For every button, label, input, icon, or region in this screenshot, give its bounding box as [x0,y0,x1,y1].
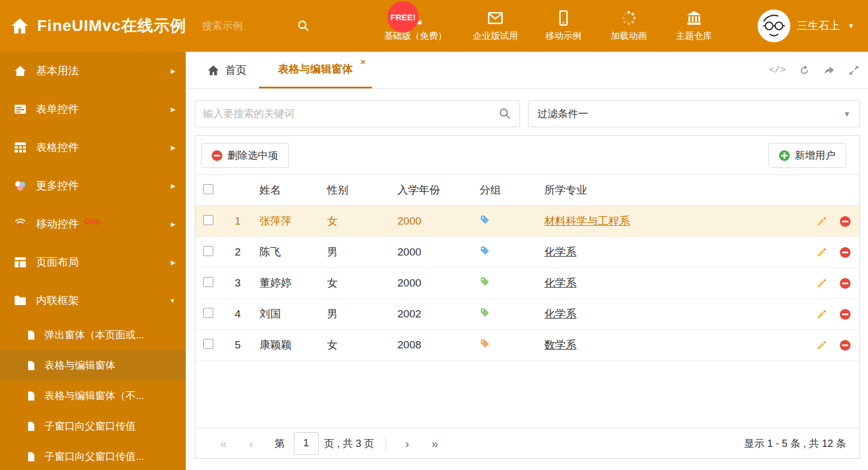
delete-row-icon[interactable] [840,216,851,227]
row-checkbox[interactable] [203,215,213,225]
table-row[interactable]: 1 张萍萍 女 2000 材料科学与工程系 [195,206,860,237]
sidebar-subitem-label: 子窗口向父窗口传值... [44,450,144,463]
keyword-search-input[interactable] [203,108,498,120]
delete-row-icon[interactable] [840,278,851,289]
fullscreen-icon[interactable] [848,64,860,77]
edit-icon[interactable] [816,339,827,351]
edit-icon[interactable] [816,277,827,289]
sidebar-item-basic-usage[interactable]: 基本用法 ▶ [0,52,186,90]
select-all-checkbox[interactable] [203,184,213,194]
sidebar-subitem-child-to-parent-2[interactable]: 子窗口向父窗口传值... [0,441,186,470]
table-row[interactable]: 4 刘国 男 2002 化学系 [195,299,860,330]
row-checkbox[interactable] [203,246,213,256]
sidebar-subitem-grid-edit-window[interactable]: 表格与编辑窗体 [0,350,186,381]
row-number: 4 [235,308,259,320]
row-gender: 男 [327,245,397,259]
filter-dropdown-value: 过滤条件一 [538,107,588,120]
row-name: 陈飞 [259,245,327,259]
row-year: 2000 [397,215,480,227]
corp-badge: Corp. [84,217,102,225]
row-checkbox[interactable] [203,339,213,349]
pager-divider [386,436,386,451]
sidebar-item-mobile-controls[interactable]: 移动控件 Corp. ▶ [0,205,186,243]
sidebar-item-iframe[interactable]: 内联框架 ▼ [0,281,186,320]
next-page-icon[interactable]: › [394,437,420,450]
file-icon [26,360,37,371]
file-icon [26,391,37,401]
record-summary: 显示 1 - 5 条 , 共 12 条 [744,437,846,450]
form-icon [14,102,27,116]
add-user-button[interactable]: 新增用户 [768,143,846,168]
table-row[interactable]: 3 董婷婷 女 2000 化学系 [195,268,860,299]
delete-row-icon[interactable] [840,340,851,351]
sidebar-subitem-grid-edit-window-2[interactable]: 表格与编辑窗体（不... [0,381,186,411]
sidebar-subitem-child-to-parent[interactable]: 子窗口向父窗口传值 [0,411,186,441]
sidebar-subitem-popup-window[interactable]: 弹出窗体（本页面或... [0,320,186,350]
sidebar-item-more-controls[interactable]: 更多控件 ▶ [0,167,186,205]
tab-home[interactable]: 首页 [195,52,259,88]
tab-close-icon[interactable]: × [360,57,365,66]
tab-grid-edit-window[interactable]: 表格与编辑窗体 × [259,52,372,88]
sidebar-item-form-controls[interactable]: 表单控件 ▶ [0,90,186,128]
nav-theme-store[interactable]: 主题仓库 [674,10,714,42]
major-link[interactable]: 化学系 [544,308,576,320]
header-search-input[interactable] [202,20,292,32]
edit-icon[interactable] [816,308,827,320]
major-link[interactable]: 数学系 [544,339,576,351]
file-icon [26,330,37,341]
row-number: 2 [235,246,259,258]
minus-circle-icon [212,150,222,161]
nav-enterprise-trial[interactable]: 企业版试用 [473,10,518,42]
tab-bar: 首页 表格与编辑窗体 × </> [186,52,868,89]
nav-label: 主题仓库 [676,30,712,42]
search-icon[interactable] [297,19,310,33]
share-icon[interactable] [823,64,835,77]
sidebar-item-page-layout[interactable]: 页面布局 ▶ [0,243,186,281]
folder-icon [14,294,27,307]
home-icon [207,64,220,77]
tag-icon[interactable] [480,214,490,225]
user-menu[interactable]: 三生石上 ▼ [758,10,868,42]
major-link[interactable]: 化学系 [544,277,576,289]
grid-toolbar: 删除选中项 新增用户 [195,136,860,174]
row-gender: 女 [327,276,397,290]
major-link[interactable]: 化学系 [544,246,576,258]
tag-icon[interactable] [480,245,490,256]
row-year: 2008 [397,339,480,351]
sidebar-subitem-label: 表格与编辑窗体（不... [44,389,144,402]
nav-label: 移动示例 [545,30,581,42]
table-row[interactable]: 5 康颖颖 女 2008 数学系 [195,330,860,361]
delete-row-icon[interactable] [840,247,851,258]
keyword-search [195,100,520,127]
row-number: 3 [235,277,259,289]
tag-icon[interactable] [480,307,490,318]
brand[interactable]: FineUIMvc在线示例 [0,15,186,37]
sidebar-item-grid-controls[interactable]: 表格控件 ▶ [0,128,186,167]
delete-selected-button[interactable]: 删除选中项 [201,143,289,168]
row-checkbox[interactable] [203,277,213,287]
chevron-right-icon: ▶ [171,259,176,266]
major-link[interactable]: 材料科学与工程系 [544,215,630,227]
search-icon[interactable] [498,107,512,120]
source-code-icon[interactable]: </> [768,65,786,75]
top-header: FineUIMvc在线示例 FREE! 基础版（免费） 企业版试用 移动示例 加… [0,0,868,52]
last-page-icon[interactable]: » [420,437,450,450]
sidebar-subitem-label: 表格与编辑窗体 [44,359,115,372]
refresh-icon[interactable] [798,64,811,77]
delete-row-icon[interactable] [840,309,851,320]
prev-page-icon[interactable]: ‹ [238,437,265,450]
nav-loading-animation[interactable]: 加载动画 [609,10,648,42]
page-number-input[interactable] [294,432,319,455]
tag-icon[interactable] [480,276,490,287]
filter-dropdown[interactable]: 过滤条件一 ▼ [528,100,860,127]
sidebar-subitem-label: 子窗口向父窗口传值 [44,419,136,433]
nav-mobile-demo[interactable]: 移动示例 [544,10,583,42]
column-header-name: 姓名 [259,183,327,198]
table-row[interactable]: 2 陈飞 男 2000 化学系 [195,237,860,268]
edit-icon[interactable] [816,216,827,227]
row-name: 刘国 [259,307,327,321]
row-checkbox[interactable] [203,308,213,318]
tag-icon[interactable] [480,338,490,349]
first-page-icon[interactable]: « [209,437,238,450]
edit-icon[interactable] [816,247,827,258]
